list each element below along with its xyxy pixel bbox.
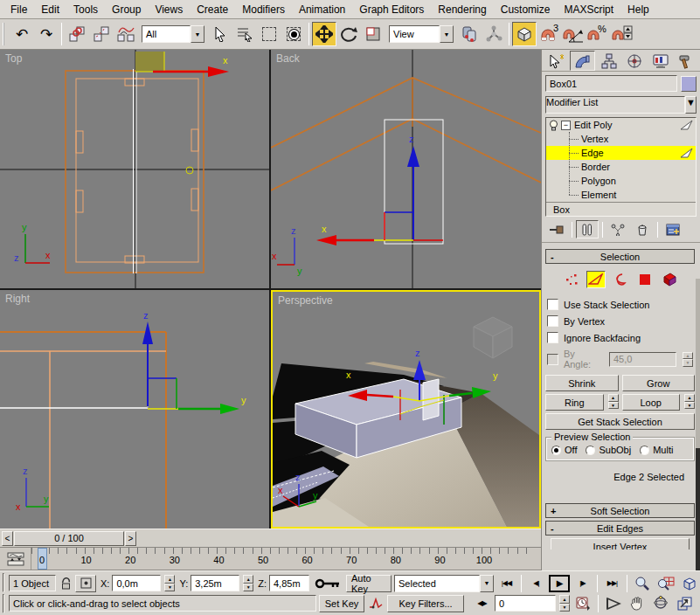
ignore-backfacing-checkbox[interactable]: Ignore Backfacing bbox=[547, 332, 693, 343]
selection-lock-toggle[interactable] bbox=[59, 577, 73, 590]
ring-button[interactable]: Ring bbox=[545, 394, 604, 411]
zoom-all-button[interactable] bbox=[655, 575, 676, 592]
stack-row-box[interactable]: Box bbox=[546, 202, 696, 216]
snaps-toggle-button[interactable] bbox=[512, 22, 537, 46]
window-crossing-button[interactable] bbox=[281, 22, 306, 46]
selection-rollout-header[interactable]: - Selection bbox=[545, 249, 695, 264]
listener-script-pane[interactable] bbox=[3, 594, 4, 613]
viewport-perspective-canvas[interactable]: z x y bbox=[273, 292, 539, 527]
menu-item-animation[interactable]: Animation bbox=[292, 2, 352, 17]
field-of-view-button[interactable] bbox=[603, 595, 624, 612]
time-configuration-button[interactable] bbox=[572, 595, 593, 612]
insert-vertex-button[interactable]: Insert Vertex bbox=[551, 538, 690, 549]
y-coordinate-field[interactable]: 3,25m bbox=[191, 575, 239, 591]
object-name-field[interactable]: Box01 bbox=[545, 75, 677, 92]
preview-off-radio[interactable]: Off bbox=[551, 445, 577, 455]
menu-item-modifiers[interactable]: Modifiers bbox=[235, 2, 292, 17]
tab-motion[interactable] bbox=[623, 51, 648, 71]
panel-scrollbar[interactable] bbox=[696, 279, 700, 570]
go-to-end-button[interactable]: ▶▶| bbox=[602, 575, 622, 592]
spinner-snap-toggle-button[interactable] bbox=[610, 22, 634, 46]
use-stack-selection-checkbox[interactable]: Use Stack Selection bbox=[547, 299, 693, 310]
time-next-button[interactable]: > bbox=[125, 531, 136, 546]
preview-subobj-radio[interactable]: SubObj bbox=[586, 445, 631, 455]
menu-item-edit[interactable]: Edit bbox=[34, 2, 66, 17]
reference-coordinate-combo[interactable]: View ▼ bbox=[389, 25, 454, 43]
key-filters-button[interactable]: Key Filters... bbox=[387, 595, 464, 612]
current-frame-field[interactable]: 0 bbox=[495, 595, 556, 612]
loop-button[interactable]: Loop bbox=[622, 394, 681, 411]
listener-macro-pane[interactable] bbox=[3, 573, 4, 592]
select-and-scale-button[interactable] bbox=[361, 22, 385, 46]
pin-stack-button[interactable] bbox=[545, 220, 568, 238]
spinner-up-icon[interactable]: ▲ bbox=[683, 352, 693, 360]
object-color-swatch[interactable] bbox=[681, 76, 697, 92]
soft-selection-rollout-header[interactable]: + Soft Selection bbox=[545, 503, 695, 518]
use-pivot-point-center-button[interactable] bbox=[457, 22, 482, 46]
time-prev-button[interactable]: < bbox=[2, 531, 13, 546]
select-object-button[interactable] bbox=[208, 22, 232, 46]
previous-frame-button[interactable]: ◀| bbox=[526, 575, 546, 592]
maximize-viewport-toggle[interactable] bbox=[674, 595, 695, 612]
toolbar-grip[interactable] bbox=[3, 23, 7, 45]
collapse-box-icon[interactable]: − bbox=[561, 121, 571, 130]
viewport-perspective[interactable]: Perspective bbox=[271, 290, 541, 529]
make-unique-button[interactable] bbox=[606, 220, 629, 238]
viewport-top-canvas[interactable]: x y x z bbox=[0, 50, 269, 288]
x-spinner[interactable]: ▲▼ bbox=[164, 575, 175, 591]
snap-toggle-3d-button[interactable]: 3 bbox=[537, 22, 561, 46]
menu-item-help[interactable]: Help bbox=[620, 2, 656, 17]
stack-row-vertex[interactable]: Vertex bbox=[546, 132, 696, 146]
show-end-result-button[interactable] bbox=[576, 220, 599, 238]
edit-edges-rollout-header[interactable]: - Edit Edges bbox=[545, 521, 695, 536]
maxscript-mini-listener[interactable] bbox=[0, 571, 7, 615]
by-angle-field[interactable]: 45,0 bbox=[609, 352, 676, 367]
new-key-default-in-out-button[interactable] bbox=[367, 598, 385, 610]
absolute-offset-toggle[interactable] bbox=[75, 575, 96, 592]
menu-item-graph-editors[interactable]: Graph Editors bbox=[352, 2, 431, 17]
stack-row-edge[interactable]: Edge bbox=[546, 146, 696, 160]
configure-modifier-sets-button[interactable] bbox=[662, 220, 684, 238]
select-and-move-button[interactable] bbox=[312, 22, 336, 46]
insert-vertex-button-clipped[interactable]: Insert Vertex bbox=[551, 538, 690, 549]
grow-button[interactable]: Grow bbox=[622, 375, 696, 391]
stack-row-element[interactable]: Element bbox=[546, 188, 696, 202]
zoom-extents-button[interactable] bbox=[679, 575, 700, 592]
menu-item-views[interactable]: Views bbox=[148, 2, 190, 17]
arc-rotate-button[interactable] bbox=[650, 595, 671, 612]
vertex-mode-button[interactable] bbox=[562, 271, 581, 288]
by-angle-spinner[interactable]: ▲▼ bbox=[683, 352, 693, 367]
zoom-button[interactable] bbox=[632, 575, 653, 592]
percent-snap-toggle-button[interactable]: % bbox=[586, 22, 610, 46]
menu-item-maxscript[interactable]: MAXScript bbox=[557, 2, 620, 17]
bind-to-space-warp-button[interactable] bbox=[114, 22, 138, 46]
unlink-selection-button[interactable] bbox=[89, 22, 114, 46]
trackbar-ruler[interactable]: 0102030405060708090100 bbox=[31, 548, 531, 570]
spinner-down-icon[interactable]: ▼ bbox=[683, 359, 693, 367]
viewport-back[interactable]: Back z bbox=[271, 50, 541, 288]
menu-item-rendering[interactable]: Rendering bbox=[431, 2, 493, 17]
border-mode-button[interactable] bbox=[611, 271, 630, 288]
selection-filter-combo[interactable]: All ▼ bbox=[142, 25, 204, 43]
edge-mode-button[interactable] bbox=[586, 271, 606, 288]
viewport-back-canvas[interactable]: z x z x bbox=[271, 50, 541, 288]
key-mode-toggle-button[interactable]: ◀▶ bbox=[472, 595, 492, 612]
menu-item-tools[interactable]: Tools bbox=[66, 2, 105, 17]
polygon-mode-button[interactable] bbox=[635, 271, 655, 288]
preview-multi-radio[interactable]: Multi bbox=[640, 445, 673, 455]
auto-key-button[interactable]: Auto Key bbox=[346, 575, 392, 592]
time-slider-handle[interactable]: 0 / 100 bbox=[14, 531, 124, 546]
frame-spinner[interactable]: ▲▼ bbox=[559, 595, 570, 612]
pan-view-button[interactable] bbox=[627, 595, 648, 612]
select-and-link-button[interactable] bbox=[65, 22, 89, 46]
modifier-list-arrow[interactable]: ▼ bbox=[685, 96, 697, 114]
time-slider-track[interactable]: < 0 / 100 > bbox=[0, 529, 541, 548]
ring-spinner[interactable]: ▲▼ bbox=[608, 394, 619, 409]
shrink-button[interactable]: Shrink bbox=[545, 375, 619, 391]
loop-spinner[interactable]: ▲▼ bbox=[684, 394, 695, 409]
select-by-name-button[interactable] bbox=[232, 22, 257, 46]
select-and-manipulate-button[interactable] bbox=[482, 22, 506, 46]
set-key-button[interactable]: Set Key bbox=[319, 595, 364, 612]
modifier-list-combo[interactable]: Modifier List ▼ bbox=[545, 96, 697, 114]
select-and-rotate-button[interactable] bbox=[336, 22, 361, 46]
